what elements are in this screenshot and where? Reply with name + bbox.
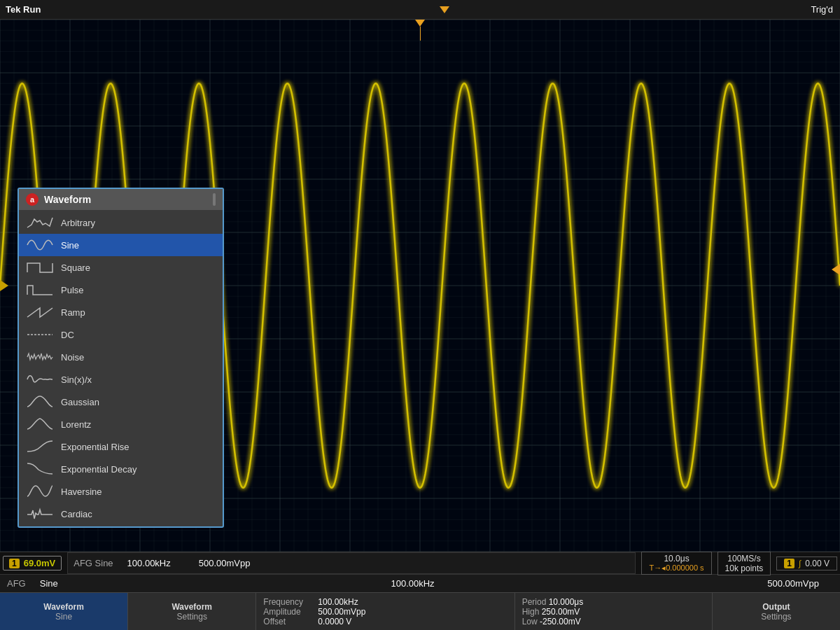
output-label: Output [762, 602, 790, 612]
menu-item-label-exp_rise: Exponential Rise [61, 442, 130, 452]
haversine-waveform-icon [26, 484, 54, 499]
high-value: 250.00mV [542, 607, 580, 617]
low-value: -250.00mV [540, 617, 581, 626]
menu-item-sine[interactable]: Sine [19, 234, 223, 256]
waveform-settings-label: Waveform [172, 602, 212, 612]
sine-waveform-icon [26, 237, 54, 253]
ch1-status: 1 69.0mV [3, 556, 62, 570]
menu-item-label-noise: Noise [61, 352, 84, 363]
trig-line [420, 27, 421, 41]
params-left: Frequency 100.00kHz Amplitude 500.00mVpp… [256, 593, 514, 630]
waveform-menu[interactable]: a Waveform ArbitrarySineSquarePulseRampD… [18, 188, 224, 528]
output-settings-label: Settings [761, 612, 791, 622]
sample-rate-status: 100MS/s 10k points [718, 552, 771, 575]
menu-item-haversine[interactable]: Haversine [19, 480, 223, 503]
menu-item-cardiac[interactable]: Cardiac [19, 503, 223, 525]
menu-item-exp_rise[interactable]: Exponential Rise [19, 435, 223, 458]
trig-arrow [415, 20, 425, 27]
menu-item-noise[interactable]: Noise [19, 346, 223, 368]
menu-item-label-sine: Sine [61, 240, 79, 251]
menu-item-arbitrary[interactable]: Arbitrary [19, 211, 223, 234]
menu-title: a Waveform [19, 189, 223, 210]
menu-item-label-square: Square [61, 262, 90, 273]
sample-rate: 100MS/s [725, 554, 764, 564]
menu-item-lorentz[interactable]: Lorentz [19, 413, 223, 435]
timebase-trig: T→◂0.000000 s [649, 564, 704, 573]
afg-label: AFG [7, 578, 26, 589]
menu-title-icon: a [26, 193, 38, 206]
ch1-voltage: 69.0mV [24, 558, 56, 568]
afg-status-amp: 500.00mVpp [199, 558, 251, 568]
cardiac-waveform-icon [26, 506, 54, 522]
freq-value: 100.00kHz [318, 597, 358, 607]
menu-item-ramp[interactable]: Ramp [19, 301, 223, 323]
menu-item-label-arbitrary: Arbitrary [61, 218, 95, 228]
menu-item-dc[interactable]: DC [19, 323, 223, 346]
waveform-sine-sublabel: Sine [55, 612, 72, 622]
menu-item-label-lorentz: Lorentz [61, 419, 91, 430]
high-label: High [522, 607, 540, 617]
ramp-waveform-icon [26, 304, 54, 320]
afg-frequency: 100.00kHz [72, 578, 754, 589]
offset-label: Offset [263, 617, 312, 626]
arbitrary-waveform-icon [26, 215, 54, 230]
sinc-waveform-icon [26, 372, 54, 387]
top-bar: Tek Run Trig'd [0, 0, 840, 20]
trig-voltage: 0.00 V [805, 559, 830, 568]
offset-value: 0.0000 V [318, 617, 351, 626]
menu-item-label-ramp: Ramp [61, 307, 85, 318]
afg-type: Sine [40, 578, 58, 589]
pulse-waveform-icon [26, 282, 54, 298]
output-settings-button[interactable]: Output Settings [713, 593, 840, 630]
exp_rise-waveform-icon [26, 439, 54, 454]
sample-points: 10k points [725, 564, 764, 573]
menu-item-label-sinc: Sin(x)/x [61, 374, 92, 385]
menu-item-label-dc: DC [61, 330, 74, 340]
trig-right-marker [832, 264, 840, 275]
ch1-marker [0, 280, 8, 291]
menu-item-pulse[interactable]: Pulse [19, 279, 223, 301]
menu-item-gaussian[interactable]: Gaussian [19, 391, 223, 413]
trig-status-section: 1 ∫ 0.00 V [776, 556, 837, 570]
freq-label: Frequency [263, 597, 312, 607]
menu-item-exp_decay[interactable]: Exponential Decay [19, 458, 223, 480]
period-value: 10.000μs [549, 597, 584, 607]
params-right: Period 10.000μs High 250.00mV Low -250.0… [515, 593, 713, 630]
trig-status-label: Trig'd [811, 4, 833, 15]
trig-sine-symbol: ∫ [799, 559, 801, 568]
waveform-settings-sublabel: Settings [177, 612, 207, 622]
menu-item-label-pulse: Pulse [61, 285, 84, 295]
timebase-top: 10.0μs [649, 554, 704, 564]
waveform-btn-label: Waveform [43, 602, 84, 612]
timebase-status: 10.0μs T→◂0.000000 s [641, 552, 711, 575]
afg-bar: AFG Sine 100.00kHz 500.00mVpp [0, 574, 840, 592]
trig-t-marker [415, 20, 425, 41]
lorentz-waveform-icon [26, 416, 54, 432]
bottom-controls: Waveform Sine Waveform Settings Frequenc… [0, 592, 840, 630]
dc-waveform-icon [26, 327, 54, 342]
square-waveform-icon [26, 260, 54, 275]
scope-screen: a Waveform ArbitrarySineSquarePulseRampD… [0, 20, 840, 552]
afg-status-freq: 100.00kHz [127, 558, 171, 568]
menu-item-square[interactable]: Square [19, 256, 223, 279]
amp-value: 500.00mVpp [318, 607, 365, 617]
trigger-top-arrow [440, 6, 449, 13]
tek-run-label: Tek Run [6, 4, 41, 15]
ch1-badge: 1 [9, 559, 20, 568]
afg-status-label: AFG Sine [74, 558, 113, 568]
waveform-sine-button[interactable]: Waveform Sine [0, 593, 128, 630]
low-label: Low [522, 617, 538, 626]
waveform-settings-button[interactable]: Waveform Settings [128, 593, 256, 630]
exp_decay-waveform-icon [26, 461, 54, 477]
menu-item-label-exp_decay: Exponential Decay [61, 464, 136, 475]
gaussian-waveform-icon [26, 394, 54, 410]
noise-waveform-icon [26, 349, 54, 365]
trig-badge: 1 [784, 559, 794, 568]
menu-item-label-cardiac: Cardiac [61, 509, 92, 519]
menu-item-sinc[interactable]: Sin(x)/x [19, 368, 223, 391]
menu-item-label-haversine: Haversine [61, 486, 102, 497]
status-bar: 1 69.0mV AFG Sine 100.00kHz 500.00mVpp 1… [0, 552, 840, 574]
waveform-menu-list[interactable]: ArbitrarySineSquarePulseRampDCNoiseSin(x… [19, 210, 223, 526]
period-label: Period [522, 597, 547, 607]
amp-label: Amplitude [263, 607, 312, 617]
